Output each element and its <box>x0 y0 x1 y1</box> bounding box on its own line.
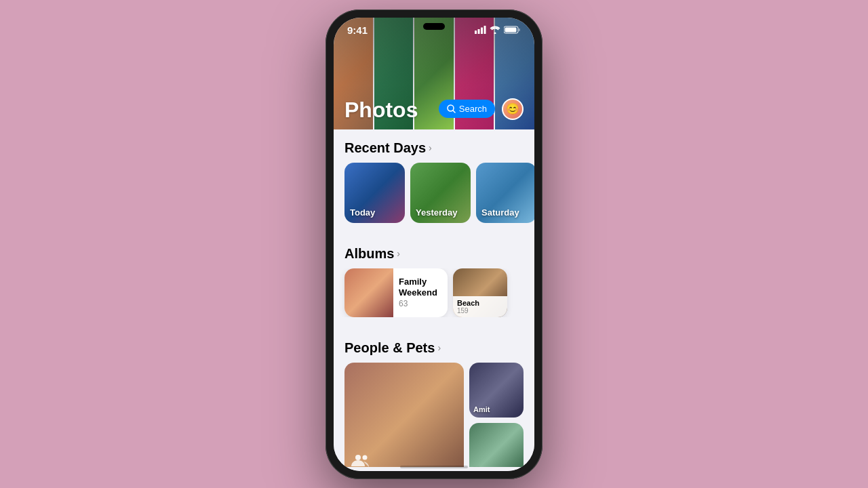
header-content: Photos Search 😊 <box>334 92 534 129</box>
search-icon <box>447 104 456 113</box>
album-card-beach[interactable]: Beach 159 <box>453 268 507 317</box>
person-maya[interactable]: Maya <box>469 423 524 467</box>
day-label-today: Today <box>350 207 399 218</box>
header-actions: Search 😊 <box>439 98 524 123</box>
people-pets-chevron: › <box>437 342 441 353</box>
svg-point-10 <box>363 455 368 460</box>
albums-title: Albums <box>344 246 394 262</box>
phone-screen: 9:41 <box>334 18 534 471</box>
album-thumb-family-weekend <box>344 268 393 317</box>
recent-days-section: Recent Days › Today Yesterday Saturday <box>334 129 534 223</box>
svg-rect-3 <box>484 26 486 34</box>
album-info-family-weekend: Family Weekend 63 <box>393 268 448 317</box>
svg-rect-5 <box>519 28 520 31</box>
page-title: Photos <box>344 98 418 123</box>
person-amit[interactable]: Amit <box>469 363 524 418</box>
people-pets-section: People & Pets › <box>334 329 534 467</box>
recent-days-title: Recent Days <box>344 140 426 156</box>
person-large-group[interactable] <box>344 363 464 467</box>
group-icon <box>351 453 370 467</box>
header-strip: 9:41 <box>334 18 534 129</box>
wifi-icon <box>490 26 500 34</box>
people-grid: Amit Maya <box>344 363 524 467</box>
day-label-yesterday: Yesterday <box>416 207 465 218</box>
bottom-bar <box>334 467 534 471</box>
recent-days-scroll[interactable]: Today Yesterday Saturday <box>334 163 534 223</box>
album-name-family-weekend: Family Weekend <box>399 277 442 298</box>
svg-line-8 <box>453 110 455 113</box>
albums-header[interactable]: Albums › <box>344 246 524 262</box>
day-label-saturday: Saturday <box>481 207 531 218</box>
search-label: Search <box>459 104 487 114</box>
phone-device: 9:41 <box>326 9 542 479</box>
day-card-today[interactable]: Today <box>344 163 405 223</box>
dynamic-island <box>423 23 445 30</box>
recent-days-header[interactable]: Recent Days › <box>344 140 524 156</box>
album-name-beach: Beach <box>457 299 503 307</box>
home-indicator <box>400 466 468 468</box>
people-group-icon <box>351 453 370 467</box>
album-info-beach: Beach 159 <box>453 296 507 317</box>
svg-rect-2 <box>481 28 483 35</box>
people-pets-title: People & Pets <box>344 340 435 356</box>
day-card-saturday[interactable]: Saturday <box>476 163 534 223</box>
albums-section: Albums › Family Weekend 63 Beach <box>334 235 534 317</box>
album-count-family-weekend: 63 <box>399 299 442 308</box>
person-maya-label: Maya <box>473 466 519 467</box>
album-count-beach: 159 <box>457 307 503 314</box>
svg-rect-0 <box>475 30 477 34</box>
recent-days-chevron: › <box>429 142 432 153</box>
search-button[interactable]: Search <box>439 100 495 118</box>
albums-scroll[interactable]: Family Weekend 63 Beach 159 <box>334 268 534 317</box>
album-card-family-weekend[interactable]: Family Weekend 63 <box>344 268 448 317</box>
svg-rect-6 <box>505 28 517 33</box>
battery-icon <box>504 26 521 34</box>
day-card-yesterday[interactable]: Yesterday <box>410 163 471 223</box>
svg-rect-1 <box>478 29 480 34</box>
scroll-area[interactable]: Recent Days › Today Yesterday Saturday <box>334 129 534 467</box>
status-time: 9:41 <box>347 24 368 36</box>
signal-icon <box>475 26 486 34</box>
people-pets-header[interactable]: People & Pets › <box>344 340 524 356</box>
svg-point-9 <box>355 455 361 460</box>
status-icons <box>475 26 521 34</box>
albums-chevron: › <box>397 248 400 259</box>
avatar[interactable]: 😊 <box>502 98 524 120</box>
person-amit-label: Amit <box>473 405 519 413</box>
person-small-col: Amit Maya <box>469 363 524 467</box>
